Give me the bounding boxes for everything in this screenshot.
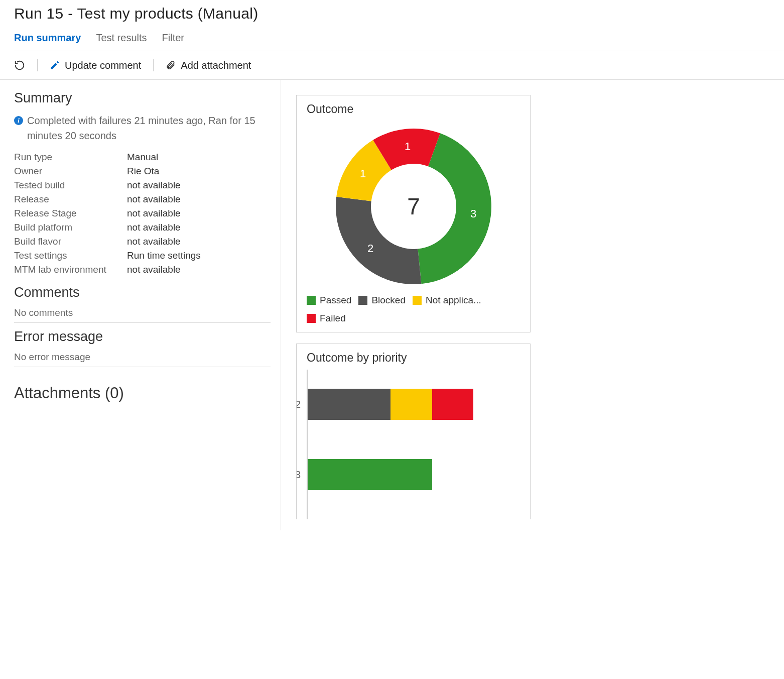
toolbar-separator bbox=[37, 59, 38, 71]
prop-row: OwnerRie Ota bbox=[14, 164, 201, 178]
legend-label: Failed bbox=[320, 313, 346, 324]
prop-row: Releasenot available bbox=[14, 192, 201, 206]
comments-empty: No comments bbox=[14, 307, 271, 318]
bar-segment-failed[interactable] bbox=[432, 389, 474, 420]
attachments-heading: Attachments (0) bbox=[14, 384, 271, 402]
prop-row: Build flavornot available bbox=[14, 235, 201, 249]
bar-segment-not-applicable[interactable] bbox=[390, 389, 432, 420]
right-pane: Outcome 32117 PassedBlockedNot applica..… bbox=[281, 80, 784, 530]
legend-label: Blocked bbox=[371, 295, 406, 306]
prop-val: not available bbox=[127, 220, 201, 235]
status-line: i Completed with failures 21 minutes ago… bbox=[14, 113, 271, 143]
bar-category-label: 2 bbox=[296, 399, 301, 410]
donut-slice-label: 1 bbox=[404, 140, 410, 153]
prop-val: Manual bbox=[127, 150, 201, 164]
error-empty: No error message bbox=[14, 352, 271, 363]
bar-segment-blocked[interactable] bbox=[308, 389, 390, 420]
tab-run-summary[interactable]: Run summary bbox=[14, 32, 81, 44]
prop-row: MTM lab environmentnot available bbox=[14, 263, 201, 277]
prop-val: not available bbox=[127, 178, 201, 192]
tab-bar: Run summary Test results Filter bbox=[14, 32, 784, 51]
card-outcome: Outcome 32117 PassedBlockedNot applica..… bbox=[296, 95, 531, 332]
toolbar: Update comment Add attachment bbox=[0, 51, 784, 80]
divider bbox=[14, 322, 271, 323]
prop-row: Test settingsRun time settings bbox=[14, 249, 201, 263]
prop-row: Run typeManual bbox=[14, 150, 201, 164]
prop-key: Owner bbox=[14, 164, 127, 178]
tab-test-results[interactable]: Test results bbox=[96, 32, 147, 44]
bar-segment-passed[interactable] bbox=[308, 459, 432, 490]
outcome-title: Outcome bbox=[307, 102, 520, 116]
bar-category-label: 3 bbox=[296, 469, 301, 481]
run-properties: Run typeManual OwnerRie Ota Tested build… bbox=[14, 150, 201, 277]
comments-heading: Comments bbox=[14, 285, 271, 300]
prop-val: not available bbox=[127, 235, 201, 249]
donut-slice-label: 3 bbox=[470, 207, 476, 220]
refresh-icon bbox=[14, 60, 25, 71]
update-comment-button[interactable]: Update comment bbox=[50, 60, 141, 71]
donut-slice-label: 2 bbox=[367, 242, 373, 255]
tab-filter[interactable]: Filter bbox=[162, 32, 184, 44]
info-icon: i bbox=[14, 116, 23, 125]
paperclip-icon bbox=[166, 60, 176, 71]
prop-key: Test settings bbox=[14, 249, 127, 263]
bar-track bbox=[308, 459, 474, 490]
refresh-button[interactable] bbox=[14, 60, 25, 71]
prop-key: Run type bbox=[14, 150, 127, 164]
priority-title: Outcome by priority bbox=[307, 351, 520, 365]
prop-val: not available bbox=[127, 192, 201, 206]
legend-label: Passed bbox=[320, 295, 351, 306]
prop-key: Release bbox=[14, 192, 127, 206]
legend-swatch bbox=[307, 314, 316, 323]
left-pane: Summary i Completed with failures 21 min… bbox=[0, 80, 281, 530]
legend-swatch bbox=[307, 296, 316, 305]
bar-row: 2 bbox=[296, 389, 474, 420]
prop-key: Build platform bbox=[14, 220, 127, 235]
bar-track bbox=[308, 389, 474, 420]
legend-swatch bbox=[358, 296, 367, 305]
prop-val: Run time settings bbox=[127, 249, 201, 263]
pencil-icon bbox=[50, 60, 60, 70]
status-text: Completed with failures 21 minutes ago, … bbox=[27, 113, 271, 143]
card-outcome-by-priority: Outcome by priority 23 bbox=[296, 344, 531, 519]
prop-val: Rie Ota bbox=[127, 164, 201, 178]
prop-val: not available bbox=[127, 263, 201, 277]
add-attachment-button[interactable]: Add attachment bbox=[166, 60, 251, 71]
prop-row: Tested buildnot available bbox=[14, 178, 201, 192]
donut-center-total: 7 bbox=[407, 193, 420, 219]
prop-val: not available bbox=[127, 206, 201, 220]
donut-legend: PassedBlockedNot applica...Failed bbox=[307, 295, 520, 324]
bar-chart: 23 bbox=[307, 370, 485, 519]
add-attachment-label: Add attachment bbox=[181, 60, 251, 71]
prop-key: Tested build bbox=[14, 178, 127, 192]
prop-key: MTM lab environment bbox=[14, 263, 127, 277]
donut-chart: 32117 bbox=[307, 121, 520, 292]
legend-item[interactable]: Not applica... bbox=[413, 295, 481, 306]
summary-heading: Summary bbox=[14, 90, 271, 106]
legend-item[interactable]: Failed bbox=[307, 313, 346, 324]
prop-row: Release Stagenot available bbox=[14, 206, 201, 220]
prop-key: Release Stage bbox=[14, 206, 127, 220]
bar-row: 3 bbox=[296, 459, 474, 490]
legend-swatch bbox=[413, 296, 422, 305]
divider bbox=[14, 367, 271, 367]
page-title: Run 15 - Test my products (Manual) bbox=[14, 5, 784, 22]
legend-item[interactable]: Passed bbox=[307, 295, 351, 306]
legend-label: Not applica... bbox=[426, 295, 481, 306]
legend-item[interactable]: Blocked bbox=[358, 295, 406, 306]
toolbar-separator bbox=[153, 59, 154, 71]
donut-slice-label: 1 bbox=[360, 167, 366, 180]
update-comment-label: Update comment bbox=[65, 60, 141, 71]
prop-key: Build flavor bbox=[14, 235, 127, 249]
error-heading: Error message bbox=[14, 329, 271, 345]
prop-row: Build platformnot available bbox=[14, 220, 201, 235]
